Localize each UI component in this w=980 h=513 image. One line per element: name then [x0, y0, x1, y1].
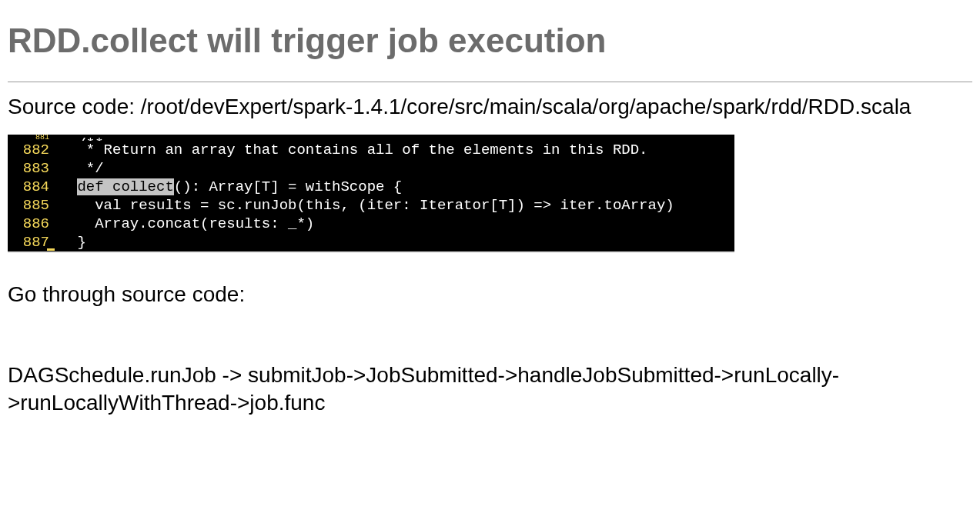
line-number: 881: [8, 135, 52, 141]
code-content: * Return an array that contains all of t…: [53, 141, 648, 159]
code-row: 884 def collect(): Array[T] = withScope …: [8, 178, 734, 196]
code-content: /**: [53, 135, 104, 141]
page-heading: RDD.collect will trigger job execution: [0, 0, 980, 74]
line-number: 885: [8, 196, 52, 215]
code-content: */: [53, 159, 104, 178]
cursor-mark: [47, 248, 55, 251]
line-number: 882: [8, 141, 52, 159]
highlighted-code: def collect: [77, 178, 173, 195]
code-block: 881 /**882 * Return an array that contai…: [8, 135, 734, 253]
code-content: val results = sc.runJob(this, (iter: Ite…: [53, 196, 674, 215]
code-row: 881 /**: [8, 135, 734, 141]
code-row: 887 }: [8, 233, 734, 252]
code-content: }: [53, 233, 86, 252]
go-through-text: Go through source code:: [0, 267, 980, 308]
code-row: 885 val results = sc.runJob(this, (iter:…: [8, 196, 734, 215]
line-number: 884: [8, 178, 52, 196]
line-number: 887: [8, 233, 52, 252]
code-row: 882 * Return an array that contains all …: [8, 141, 734, 159]
code-content: Array.concat(results: _*): [53, 215, 314, 233]
line-number: 883: [8, 159, 52, 178]
code-content: def collect(): Array[T] = withScope {: [53, 178, 402, 196]
divider: [8, 82, 972, 82]
line-number: 886: [8, 215, 52, 233]
code-row: 883 */: [8, 159, 734, 178]
flow-chain-text: DAGSchedule.runJob -> submitJob->JobSubm…: [0, 309, 980, 418]
code-row: 886 Array.concat(results: _*): [8, 215, 734, 233]
source-path: Source code: /root/devExpert/spark-1.4.1…: [0, 93, 980, 121]
